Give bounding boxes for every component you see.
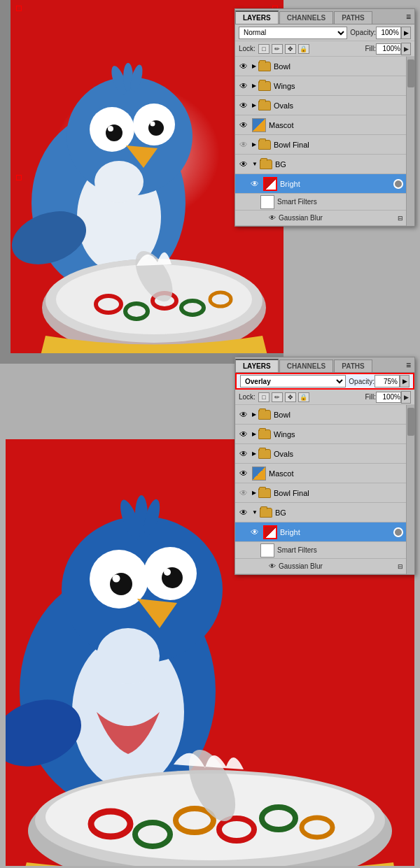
tri-bowl-bottom[interactable]: ▶ — [252, 411, 256, 418]
folder-bg-top — [260, 159, 272, 169]
opacity-input-bottom[interactable] — [374, 375, 400, 387]
tri-bowl-top[interactable]: ▶ — [252, 63, 256, 69]
tab-paths-bottom[interactable]: PATHS — [334, 360, 372, 372]
opacity-arrow-bottom[interactable]: ▶ — [400, 375, 410, 387]
lock-position-bottom[interactable]: ✥ — [285, 392, 296, 402]
layer-name-bowl-final-top: Bowl Final — [274, 141, 403, 149]
layer-bowl-bottom[interactable]: 👁 ▶ Bowl — [235, 405, 406, 425]
layer-name-bright-bottom: Bright — [280, 528, 391, 536]
eye-bowl-top[interactable]: 👁 — [238, 61, 249, 72]
gaussian-label-bottom: Gaussian Blur — [279, 562, 323, 570]
tri-bowl-final-bottom[interactable]: ▶ — [252, 490, 256, 496]
layer-bg-top[interactable]: 👁 ▼ BG — [235, 155, 406, 174]
layer-name-wings-top: Wings — [274, 82, 403, 90]
eye-bowl-final-bottom[interactable]: 👁 — [238, 488, 249, 499]
layer-bright-top[interactable]: 👁 Bright — [235, 174, 406, 194]
eye-bg-top[interactable]: 👁 — [238, 159, 249, 170]
lock-label-bottom: Lock: — [239, 393, 255, 401]
layer-bowl-final-bottom[interactable]: 👁 ▶ Bowl Final — [235, 483, 406, 503]
layer-list-container-top: 👁 ▶ Bowl 👁 ▶ Wings 👁 ▶ Ovals 👁 — [235, 57, 414, 226]
lock-fill-row-bottom: Lock: □ ✏ ✥ 🔒 Fill: ▶ — [235, 390, 414, 405]
fill-input-bottom[interactable] — [376, 392, 401, 403]
scrollbar-bottom[interactable] — [406, 405, 414, 574]
layer-bright-bottom[interactable]: 👁 Bright — [235, 522, 406, 542]
thumb-bright-top — [263, 177, 277, 191]
svg-point-38 — [97, 628, 160, 684]
tab-channels-top[interactable]: CHANNELS — [279, 11, 334, 24]
lock-transparent-top[interactable]: □ — [258, 44, 270, 54]
bowl-illustration-top — [24, 238, 284, 353]
smart-badge-top — [393, 179, 403, 189]
eye-bowl-final-top[interactable]: 👁 — [238, 139, 249, 150]
layer-wings-bottom[interactable]: 👁 ▶ Wings — [235, 425, 406, 444]
tri-bowl-final-top[interactable]: ▶ — [252, 141, 256, 148]
opacity-arrow-top[interactable]: ▶ — [401, 27, 411, 39]
panel-menu-bottom[interactable]: ≡ — [402, 358, 414, 372]
layer-mascot-bottom[interactable]: 👁 Mascot — [235, 464, 406, 483]
tri-bg-bottom[interactable]: ▼ — [252, 509, 258, 515]
smart-filters-row-top: Smart Filters — [235, 194, 406, 211]
fill-input-top[interactable] — [376, 43, 401, 55]
panel-top: LAYERS CHANNELS PATHS ≡ Normal Opacity: … — [234, 8, 415, 227]
eye-gauss-top[interactable]: 👁 — [269, 214, 276, 222]
gaussian-blur-row-top[interactable]: 👁 Gaussian Blur ⊟ — [235, 211, 406, 226]
layer-name-ovals-bottom: Ovals — [274, 450, 403, 458]
eye-bright-top[interactable]: 👁 — [249, 178, 260, 190]
svg-point-8 — [150, 122, 155, 127]
tri-bg-top[interactable]: ▼ — [252, 161, 258, 167]
eye-ovals-bottom[interactable]: 👁 — [238, 448, 249, 460]
sliders-icon-bottom: ⊟ — [398, 563, 403, 570]
eye-mascot-top[interactable]: 👁 — [238, 120, 249, 131]
fill-arrow-top[interactable]: ▶ — [401, 43, 411, 55]
panel-bottom: LAYERS CHANNELS PATHS ≡ Overlay Opacity:… — [234, 357, 415, 575]
scroll-thumb-top[interactable] — [407, 59, 414, 87]
eye-mascot-bottom[interactable]: 👁 — [238, 468, 249, 479]
lock-pixels-bottom[interactable]: ✏ — [272, 392, 283, 402]
eye-wings-bottom[interactable]: 👁 — [238, 429, 249, 440]
eye-wings-top[interactable]: 👁 — [238, 80, 249, 92]
fill-label-top: Fill: — [365, 45, 376, 52]
lock-pixels-top[interactable]: ✏ — [272, 44, 283, 54]
eye-ovals-top[interactable]: 👁 — [238, 100, 249, 111]
scroll-thumb-bottom[interactable] — [407, 408, 414, 436]
blend-mode-select-top[interactable]: Normal — [239, 27, 347, 39]
filter-mask-top — [260, 195, 274, 209]
scrollbar-top[interactable] — [406, 57, 414, 226]
gaussian-label-top: Gaussian Blur — [279, 214, 323, 222]
layer-name-bg-top: BG — [275, 160, 403, 169]
eye-bright-bottom[interactable]: 👁 — [249, 527, 260, 538]
layer-bg-bottom[interactable]: 👁 ▼ BG — [235, 503, 406, 522]
layer-ovals-top[interactable]: 👁 ▶ Ovals — [235, 96, 406, 115]
tab-paths-top[interactable]: PATHS — [334, 11, 372, 24]
layer-list-bottom: 👁 ▶ Bowl 👁 ▶ Wings 👁 ▶ Ovals 👁 — [235, 405, 406, 574]
thumb-mascot-top — [252, 118, 266, 132]
layer-wings-top[interactable]: 👁 ▶ Wings — [235, 76, 406, 96]
blend-mode-select-bottom[interactable]: Overlay — [240, 375, 346, 387]
thumb-bright-bottom — [263, 525, 277, 539]
opacity-input-top[interactable] — [376, 27, 401, 39]
tri-ovals-bottom[interactable]: ▶ — [252, 450, 256, 457]
svg-point-6 — [108, 126, 113, 131]
tab-channels-bottom[interactable]: CHANNELS — [279, 360, 334, 372]
layer-name-ovals-top: Ovals — [274, 101, 403, 110]
tab-layers-top[interactable]: LAYERS — [235, 10, 279, 24]
layer-bowl-final-top[interactable]: 👁 ▶ Bowl Final — [235, 135, 406, 155]
gaussian-blur-row-bottom[interactable]: 👁 Gaussian Blur ⊟ — [235, 559, 406, 574]
tri-wings-top[interactable]: ▶ — [252, 83, 256, 89]
eye-bg-bottom[interactable]: 👁 — [238, 507, 249, 518]
tri-wings-bottom[interactable]: ▶ — [252, 431, 256, 437]
fill-arrow-bottom[interactable]: ▶ — [401, 391, 411, 404]
layer-ovals-bottom[interactable]: 👁 ▶ Ovals — [235, 444, 406, 464]
tab-layers-bottom[interactable]: LAYERS — [235, 359, 279, 372]
panel-menu-top[interactable]: ≡ — [402, 10, 414, 24]
lock-icons-bottom: □ ✏ ✥ 🔒 — [258, 392, 309, 402]
tri-ovals-top[interactable]: ▶ — [252, 102, 256, 108]
eye-bowl-bottom[interactable]: 👁 — [238, 409, 249, 420]
eye-gauss-bottom[interactable]: 👁 — [269, 562, 276, 570]
lock-all-bottom[interactable]: 🔒 — [298, 392, 309, 402]
lock-all-top[interactable]: 🔒 — [298, 44, 309, 54]
layer-bowl-top[interactable]: 👁 ▶ Bowl — [235, 57, 406, 76]
lock-position-top[interactable]: ✥ — [285, 44, 296, 54]
lock-transparent-bottom[interactable]: □ — [258, 392, 270, 402]
layer-mascot-top[interactable]: 👁 Mascot — [235, 115, 406, 135]
